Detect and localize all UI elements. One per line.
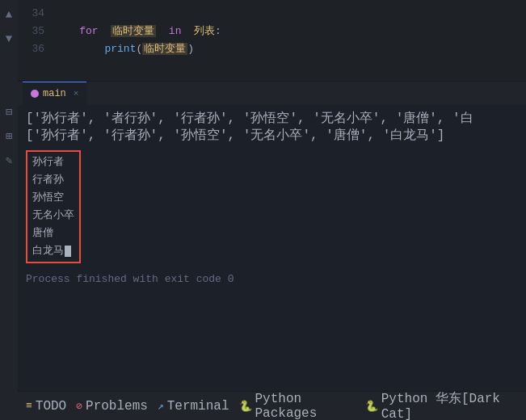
output-box-line-1: 孙行者 [32,153,74,171]
packages-label: Python Packages [255,392,356,421]
output-box-line-2: 行者孙 [32,171,74,189]
status-python[interactable]: 🐍 Python 华东[Dark Cat] [362,392,521,420]
tab-main-label: main [43,88,66,99]
keyword-in: in [169,25,182,37]
scroll-up-icon[interactable]: ▲ [1,6,17,23]
code-lines[interactable]: for 临时变量 in 列表: print(临时变量) [54,5,526,76]
cursor [65,246,71,257]
status-packages[interactable]: 🐍 Python Packages [236,392,359,420]
problems-label: Problems [86,399,148,414]
todo-label: TODO [36,399,66,414]
terminal-label: Terminal [167,399,229,414]
right-content: 34 35 36 for 临时变量 in 列表: print(临时变量) [18,0,526,420]
code-line-36: print(临时变量) [54,40,526,58]
tab-close-button[interactable]: × [74,89,79,99]
todo-icon: ≡ [26,400,32,412]
terminal-icon: ↗ [158,400,164,413]
output-list-line1: ['孙行者', '者行孙', '行者孙', '孙悟空', '无名小卒', '唐僧… [26,110,518,127]
status-problems[interactable]: ⊘ Problems [73,392,151,420]
fn-print: print [104,43,136,55]
code-line-35: for 临时变量 in 列表: [54,23,526,40]
problems-icon: ⊘ [76,400,82,413]
python-label: Python 华东[Dark Cat] [381,390,518,420]
var-temp: 临时变量 [111,25,156,37]
code-editor: 34 35 36 for 临时变量 in 列表: print(临时变量) [18,0,526,81]
var-temp-arg: 临时变量 [142,43,187,55]
output-box-line-4: 无名小卒 [32,207,74,225]
line-numbers: 34 35 36 [18,5,54,76]
scroll-down-icon[interactable]: ▼ [1,31,17,47]
line-number-35: 35 [18,23,44,40]
paren-close: ) [187,43,194,55]
python-icon: 🐍 [365,400,378,413]
terminal-panel: main × ['孙行者', '者行孙', '行者孙', '孙悟空', '无名小… [18,81,526,420]
code-line-34 [54,5,526,23]
tab-python-dot [31,90,39,98]
tab-main[interactable]: main × [23,82,86,105]
colon: : [215,25,221,37]
collapse-icon[interactable]: ⊟ [1,103,17,120]
expand-icon[interactable]: ⊞ [1,128,17,144]
status-bar: ≡ TODO ⊘ Problems ↗ Terminal 🐍 Python Pa… [18,391,526,420]
output-box-line-5: 唐僧 [32,225,74,242]
var-list: 列表 [194,25,215,37]
left-gutter: ▲ ▼ ⊟ ⊞ ✎ [0,0,18,420]
output-box-container: 孙行者 行者孙 孙悟空 无名小卒 唐僧 白龙马 [26,147,518,267]
terminal-output: ['孙行者', '者行孙', '行者孙', '孙悟空', '无名小卒', '唐僧… [18,105,526,391]
output-box-line-6: 白龙马 [32,242,74,260]
panel-tab-bar: main × [18,81,526,105]
line-number-34: 34 [18,5,44,23]
output-list-line2: ['孙行者', '行者孙', '孙悟空', '无名小卒', '唐僧', '白龙马… [26,127,518,144]
line-number-36: 36 [18,40,44,58]
process-finished-line: Process finished with exit code 0 [26,273,518,285]
status-todo[interactable]: ≡ TODO [23,392,69,420]
output-box-line-3: 孙悟空 [32,189,74,207]
status-terminal[interactable]: ↗ Terminal [154,392,233,420]
edit-icon[interactable]: ✎ [1,152,17,168]
output-box: 孙行者 行者孙 孙悟空 无名小卒 唐僧 白龙马 [26,150,81,263]
keyword-for: for [79,25,98,37]
packages-icon: 🐍 [239,400,252,413]
app-container: ▲ ▼ ⊟ ⊞ ✎ 34 35 36 for 临时变量 in 列表: [0,0,526,420]
